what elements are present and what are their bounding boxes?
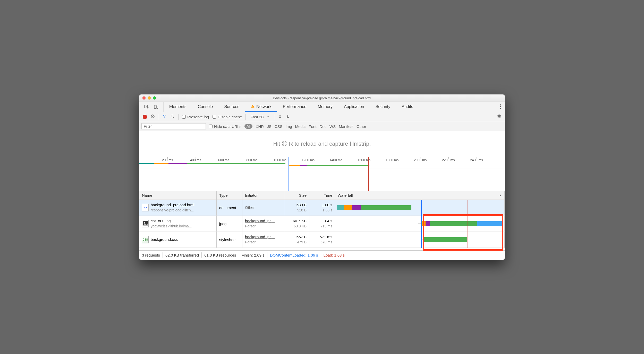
request-initiator-sub: Parser xyxy=(245,240,275,245)
window-title: DevTools - responsive-preload.glitch.me/… xyxy=(139,96,505,100)
ruler-tick: 200 ms xyxy=(162,158,173,162)
status-transferred: 62.0 KB transferred xyxy=(165,253,199,257)
warning-icon xyxy=(251,104,255,109)
chevron-down-icon xyxy=(266,115,269,119)
svg-rect-9 xyxy=(279,117,281,118)
ruler-tick: 2000 ms xyxy=(414,158,427,162)
disable-cache-checkbox[interactable]: Disable cache xyxy=(213,115,242,119)
record-button[interactable] xyxy=(143,115,147,119)
image-file-icon xyxy=(142,220,149,227)
svg-rect-4 xyxy=(252,107,253,107)
request-initiator[interactable]: background_pr… xyxy=(245,234,275,240)
filter-type-xhr[interactable]: XHR xyxy=(256,124,264,129)
col-time[interactable]: Time xyxy=(309,191,335,200)
dcl-marker xyxy=(289,157,289,169)
tab-security[interactable]: Security xyxy=(370,102,396,112)
filter-type-img[interactable]: Img xyxy=(285,124,292,129)
clear-icon[interactable] xyxy=(150,114,155,120)
request-initiator: Other xyxy=(245,205,255,210)
hide-data-urls-checkbox[interactable]: Hide data URLs xyxy=(209,124,241,129)
filter-type-ws[interactable]: WS xyxy=(329,124,336,129)
timeline-ruler[interactable]: 200 ms 400 ms 600 ms 800 ms 1000 ms 1200… xyxy=(139,157,505,169)
search-icon[interactable] xyxy=(170,114,175,120)
filter-type-manifest[interactable]: Manifest xyxy=(339,124,353,129)
upload-har-icon[interactable] xyxy=(278,114,282,119)
request-initiator[interactable]: background_pr… xyxy=(245,218,275,224)
col-size[interactable]: Size xyxy=(285,191,309,200)
ruler-tick: 2200 ms xyxy=(442,158,455,162)
ruler-tick: 2400 ms xyxy=(470,158,483,162)
network-toolbar: Preserve log Disable cache Fast 3G xyxy=(139,112,505,122)
panel-tabs: Elements Console Sources Network Perform… xyxy=(164,102,496,112)
filter-type-all[interactable]: All xyxy=(244,124,253,129)
request-time-sub: 713 ms xyxy=(320,224,332,229)
download-har-icon[interactable] xyxy=(286,114,290,119)
inspect-element-icon[interactable] xyxy=(144,104,149,109)
html-file-icon: <> xyxy=(142,204,149,211)
col-waterfall[interactable]: Waterfall ▲ xyxy=(335,191,505,200)
filter-type-media[interactable]: Media xyxy=(295,124,306,129)
settings-gear-icon[interactable] xyxy=(496,114,501,120)
request-size: 657 B xyxy=(296,234,307,240)
filter-type-css[interactable]: CSS xyxy=(275,124,283,129)
tab-performance[interactable]: Performance xyxy=(277,102,312,112)
col-initiator[interactable]: Initiator xyxy=(242,191,285,200)
ruler-tick: 600 ms xyxy=(218,158,229,162)
throttling-select[interactable]: Fast 3G xyxy=(249,115,270,119)
table-row[interactable]: <> background_preload.html responsive-pr… xyxy=(139,200,505,216)
tab-network-label: Network xyxy=(256,104,272,109)
filter-input[interactable] xyxy=(141,123,206,129)
request-size-sub: 60.3 KB xyxy=(293,224,307,229)
load-marker xyxy=(368,157,369,169)
more-menu-icon[interactable] xyxy=(500,104,501,109)
filter-type-doc[interactable]: Doc xyxy=(319,124,326,129)
status-bar: 3 requests 62.0 KB transferred 61.3 KB r… xyxy=(139,250,505,260)
request-domain: yoavweiss.github.io/ima… xyxy=(151,224,192,229)
svg-rect-2 xyxy=(157,106,158,109)
ruler-tick: 1400 ms xyxy=(329,158,342,162)
tab-application[interactable]: Application xyxy=(338,102,370,112)
ruler-tick: 400 ms xyxy=(190,158,201,162)
device-toolbar-icon[interactable] xyxy=(154,104,159,109)
request-name: cat_800.jpg xyxy=(151,218,192,224)
filter-type-font[interactable]: Font xyxy=(309,124,316,129)
request-domain: responsive-preload.glitch… xyxy=(151,208,194,213)
svg-rect-1 xyxy=(154,105,156,109)
waterfall-cell xyxy=(335,200,505,216)
preserve-log-checkbox[interactable]: Preserve log xyxy=(182,115,209,119)
table-row[interactable]: CSS background.css stylesheet background… xyxy=(139,232,505,248)
col-name[interactable]: Name xyxy=(139,191,217,200)
tab-elements[interactable]: Elements xyxy=(164,102,192,112)
status-load: Load: 1.63 s xyxy=(324,253,345,257)
filter-type-js[interactable]: JS xyxy=(267,124,272,129)
timeline-overview[interactable] xyxy=(139,169,505,191)
svg-point-7 xyxy=(171,115,173,117)
status-finish: Finish: 2.09 s xyxy=(242,253,265,257)
tab-sources[interactable]: Sources xyxy=(218,102,245,112)
network-table: Name Type Initiator Size Time Waterfall … xyxy=(139,191,505,248)
sort-asc-icon: ▲ xyxy=(499,194,502,197)
filter-type-other[interactable]: Other xyxy=(357,124,366,129)
filmstrip-area: Hit ⌘ R to reload and capture filmstrip. xyxy=(139,131,505,157)
request-time: 1.04 s xyxy=(320,218,332,224)
devtools-window: DevTools - responsive-preload.glitch.me/… xyxy=(139,94,505,260)
ruler-tick: 1000 ms xyxy=(274,158,286,162)
titlebar: DevTools - responsive-preload.glitch.me/… xyxy=(139,95,505,102)
css-file-icon: CSS xyxy=(142,236,149,243)
waterfall-cell xyxy=(335,216,505,232)
request-name: background.css xyxy=(151,237,178,242)
overview-bars xyxy=(139,163,505,165)
tab-audits[interactable]: Audits xyxy=(396,102,419,112)
request-name: background_preload.html xyxy=(151,202,194,208)
col-type[interactable]: Type xyxy=(217,191,242,200)
disable-cache-label: Disable cache xyxy=(218,115,242,119)
request-type: document xyxy=(219,205,236,210)
table-row[interactable]: cat_800.jpg yoavweiss.github.io/ima… jpe… xyxy=(139,216,505,232)
tab-memory[interactable]: Memory xyxy=(312,102,338,112)
request-type: stylesheet xyxy=(219,237,237,242)
filter-toggle-icon[interactable] xyxy=(163,114,167,119)
throttling-value: Fast 3G xyxy=(250,115,264,119)
tab-network[interactable]: Network xyxy=(245,102,277,112)
hide-data-urls-label: Hide data URLs xyxy=(214,124,241,129)
tab-console[interactable]: Console xyxy=(192,102,219,112)
